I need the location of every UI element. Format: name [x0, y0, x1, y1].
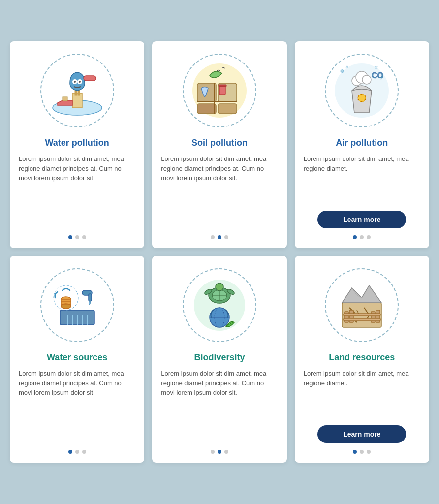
card-body-soil-pollution: Lorem ipsum dolor sit dim amet, mea regi… [161, 154, 278, 228]
dashed-circle-decoration [325, 54, 399, 127]
dots-indicator-land-resources [353, 450, 371, 454]
illustration-soil-pollution [180, 51, 259, 130]
dot-1[interactable] [75, 450, 79, 454]
dots-indicator-biodiversity [211, 450, 228, 454]
main-grid: Water pollutionLorem ipsum dolor sit dim… [10, 41, 429, 463]
dot-2[interactable] [82, 235, 86, 239]
dashed-circle-decoration [40, 54, 114, 127]
illustration-land-resources [322, 266, 401, 345]
dot-0[interactable] [353, 235, 357, 239]
dot-1[interactable] [218, 235, 221, 239]
dot-2[interactable] [367, 450, 371, 454]
dot-2[interactable] [367, 235, 371, 239]
dot-1[interactable] [218, 450, 221, 454]
card-title-land-resources: Land resources [329, 352, 395, 363]
learn-more-button-air-pollution[interactable]: Learn more [317, 211, 406, 228]
card-title-water-pollution: Water pollution [45, 138, 109, 148]
dots-indicator-soil-pollution [211, 235, 228, 239]
illustration-biodiversity [180, 266, 259, 345]
card-title-biodiversity: Biodiversity [194, 352, 245, 363]
card-body-air-pollution: Lorem ipsum dolor sit dim amet, mea regi… [304, 154, 420, 203]
dot-0[interactable] [353, 450, 357, 454]
dot-2[interactable] [224, 235, 228, 239]
dot-0[interactable] [211, 235, 215, 239]
card-water-pollution: Water pollutionLorem ipsum dolor sit dim… [10, 41, 144, 248]
dot-1[interactable] [360, 235, 364, 239]
dots-indicator-water-pollution [68, 235, 86, 239]
card-title-water-sources: Water sources [47, 352, 107, 363]
illustration-water-sources [38, 266, 117, 345]
illustration-air-pollution: CO 2 ❄ ❄ ❄ [322, 51, 401, 130]
card-title-air-pollution: Air pollution [336, 138, 388, 148]
dots-indicator-water-sources [68, 450, 86, 454]
card-body-land-resources: Lorem ipsum dolor sit dim amet, mea regi… [304, 369, 420, 417]
card-title-soil-pollution: Soil pollution [191, 138, 248, 148]
dashed-circle-decoration [183, 54, 256, 127]
learn-more-button-land-resources[interactable]: Learn more [317, 425, 406, 443]
dot-0[interactable] [68, 235, 72, 239]
card-biodiversity: BiodiversityLorem ipsum dolor sit dim am… [152, 256, 286, 463]
card-air-pollution: CO 2 ❄ ❄ ❄ Air pollutionLorem ipsum dolo… [295, 41, 429, 248]
card-land-resources: Land resourcesLorem ipsum dolor sit dim … [295, 256, 429, 463]
dot-2[interactable] [224, 450, 228, 454]
card-soil-pollution: Soil pollutionLorem ipsum dolor sit dim … [152, 41, 286, 248]
dashed-circle-decoration [40, 268, 114, 342]
dots-indicator-air-pollution [353, 235, 371, 239]
dashed-circle-decoration [183, 268, 256, 342]
card-body-biodiversity: Lorem ipsum dolor sit dim amet, mea regi… [161, 369, 278, 443]
card-body-water-pollution: Lorem ipsum dolor sit dim amet, mea regi… [19, 154, 135, 228]
dot-0[interactable] [211, 450, 215, 454]
illustration-water-pollution [38, 51, 117, 130]
dot-1[interactable] [360, 450, 364, 454]
dot-1[interactable] [75, 235, 79, 239]
dot-2[interactable] [82, 450, 86, 454]
card-body-water-sources: Lorem ipsum dolor sit dim amet, mea regi… [19, 369, 135, 443]
dashed-circle-decoration [325, 268, 399, 342]
dot-0[interactable] [68, 450, 72, 454]
card-water-sources: Water sourcesLorem ipsum dolor sit dim a… [10, 256, 144, 463]
